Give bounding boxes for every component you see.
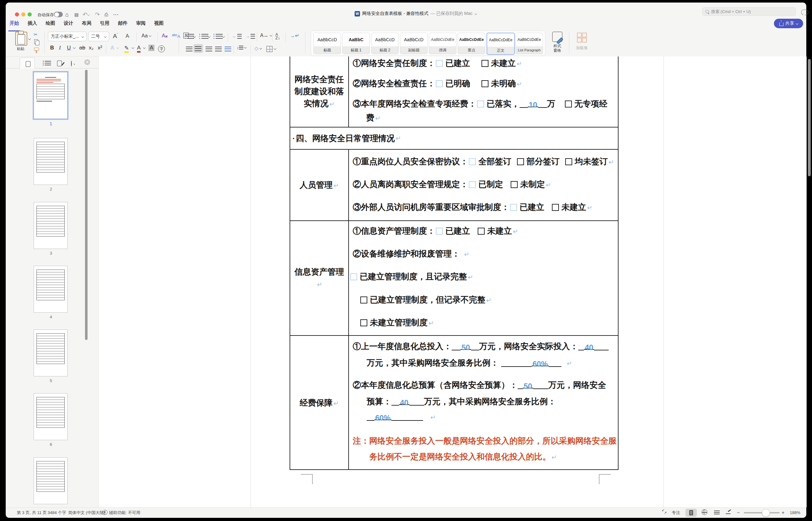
phonetic-guide-button[interactable]: abcA: [172, 33, 180, 39]
page-thumbnail-1[interactable]: 1: [33, 72, 68, 119]
ribbon-tab-插入[interactable]: 插入: [27, 20, 38, 29]
autosave-toggle[interactable]: [54, 12, 63, 17]
page-thumbnail-2[interactable]: 2: [33, 138, 68, 185]
fill-in-blank[interactable]: 10: [520, 99, 547, 109]
accessibility-status[interactable]: 辅助功能: 不可用: [103, 508, 140, 518]
enclose-characters-button[interactable]: 字: [158, 45, 165, 52]
sidebar-scrollbar[interactable]: [85, 70, 88, 340]
checkbox-empty[interactable]: [511, 181, 518, 188]
checkbox-empty[interactable]: [552, 204, 559, 211]
share-button[interactable]: 共享: [774, 19, 803, 28]
font-name-select[interactable]: 方正小标宋_...: [48, 32, 87, 41]
page-indicator[interactable]: 第 3 页, 共 11 页: [17, 508, 47, 518]
style-card-要点[interactable]: AaBbCcDdEe要点: [458, 33, 485, 54]
title-chevron-icon[interactable]: [474, 13, 477, 15]
ribbon-tab-开始[interactable]: 开始: [9, 20, 20, 29]
italic-button[interactable]: I: [59, 45, 61, 51]
close-sidebar-icon[interactable]: ✕: [84, 59, 90, 65]
subscript-button[interactable]: x₂: [89, 45, 94, 51]
checkbox-empty[interactable]: [360, 296, 367, 303]
style-card-强调[interactable]: AaBbCcDdEe强调: [429, 33, 456, 54]
page-thumbnail-4[interactable]: 4: [33, 266, 68, 313]
annotations-icon[interactable]: [57, 60, 64, 66]
fill-in-blank[interactable]: 50: [452, 341, 479, 351]
ribbon-tab-布局[interactable]: 布局: [81, 20, 92, 29]
checkbox-selected[interactable]: [469, 181, 476, 188]
shrink-font-button[interactable]: Aˇ: [126, 33, 130, 40]
ribbon-tab-视图[interactable]: 视图: [154, 20, 164, 29]
page-thumbnail-5[interactable]: 5: [33, 330, 68, 377]
fullscreen-icon[interactable]: [662, 508, 667, 518]
page-thumbnail-6[interactable]: 6: [33, 393, 68, 440]
style-pane-button[interactable]: 样式窗格: [549, 31, 566, 55]
bold-button[interactable]: B: [50, 45, 54, 51]
checkbox-empty[interactable]: [565, 100, 572, 108]
comments-icon[interactable]: [801, 9, 808, 15]
text-effects-button[interactable]: A: [110, 45, 114, 51]
minimize-window-button[interactable]: [21, 13, 25, 17]
checkbox-selected[interactable]: [436, 80, 443, 87]
cut-icon[interactable]: ✂: [33, 32, 38, 38]
draft-view-button[interactable]: [726, 508, 731, 518]
align-right-button[interactable]: [206, 47, 212, 51]
ribbon-tab-绘图[interactable]: 绘图: [45, 20, 56, 29]
close-window-button[interactable]: [15, 13, 19, 17]
redo-icon[interactable]: ↷: [93, 11, 102, 18]
style-card-标题 1[interactable]: AaBbC标题 1: [342, 33, 370, 54]
underline-button[interactable]: U: [67, 45, 71, 51]
align-left-button[interactable]: [186, 47, 193, 51]
page-thumbnail-3[interactable]: 3: [33, 202, 68, 249]
addins-button[interactable]: 加载项: [573, 32, 591, 54]
checkbox-selected[interactable]: [477, 100, 484, 108]
print-icon[interactable]: ⎙: [102, 11, 110, 18]
fill-in-blank[interactable]: 60%: [501, 358, 561, 367]
document-table[interactable]: 网络安全责任制度建设和落实情况↵①网络安全责任制度：已建立未建立↵②网络安全检查…: [290, 56, 618, 470]
shading-button[interactable]: ◇: [254, 45, 262, 51]
outline-view-button[interactable]: [714, 508, 720, 518]
word-count[interactable]: 3484 个字: [48, 508, 66, 518]
checkbox-selected[interactable]: [436, 228, 443, 235]
zoom-window-button[interactable]: [28, 13, 32, 17]
superscript-button[interactable]: x²: [98, 45, 102, 51]
asian-layout-button[interactable]: A↔: [260, 33, 272, 38]
language-indicator[interactable]: 简体中文 (中国大陆): [68, 508, 105, 518]
strikethrough-button[interactable]: ab: [79, 45, 85, 51]
outline-list-icon[interactable]: [43, 60, 49, 66]
checkbox-empty[interactable]: [478, 228, 484, 235]
copy-icon[interactable]: [34, 39, 38, 44]
ribbon-tab-审阅[interactable]: 审阅: [135, 20, 146, 29]
zoom-out-button[interactable]: −: [737, 508, 740, 518]
print-layout-button[interactable]: [685, 508, 697, 517]
checkbox-selected[interactable]: [350, 273, 357, 280]
line-spacing-button[interactable]: ↕: [236, 45, 246, 50]
ribbon-tab-引用[interactable]: 引用: [99, 20, 110, 29]
font-size-select[interactable]: 二号: [88, 32, 109, 41]
page-thumbnail-7[interactable]: [33, 457, 68, 504]
more-toolbar-icon[interactable]: ⋯: [112, 11, 120, 18]
justify-button[interactable]: [215, 47, 222, 51]
fill-in-blank[interactable]: 40: [391, 397, 424, 406]
paste-button[interactable]: 粘贴 ✂: [9, 31, 41, 55]
sidebar-search-icon[interactable]: [70, 60, 77, 66]
search-input[interactable]: 搜索 (Cmd + Ctrl + U): [702, 7, 796, 16]
checkbox-empty[interactable]: [360, 319, 367, 326]
save-icon[interactable]: ▤: [72, 11, 81, 18]
distribute-button[interactable]: [225, 47, 231, 51]
decrease-indent-button[interactable]: [237, 34, 242, 39]
ribbon-tab-邮件[interactable]: 邮件: [117, 20, 128, 29]
clear-formatting-button[interactable]: A𝄪: [162, 33, 167, 39]
zoom-level[interactable]: 188%: [790, 508, 800, 518]
checkbox-selected[interactable]: [436, 60, 443, 67]
grow-font-button[interactable]: Aˆ: [113, 33, 118, 40]
fill-in-blank[interactable]: 60%: [367, 412, 423, 422]
document-scrollbar[interactable]: [808, 59, 811, 176]
checkbox-empty[interactable]: [481, 80, 489, 87]
format-painter-icon[interactable]: [34, 48, 39, 51]
style-card-副标题[interactable]: AaBbCcD副标题: [400, 33, 428, 54]
style-card-正文[interactable]: AaBbCcDdEe正文: [487, 33, 515, 55]
checkbox-empty[interactable]: [565, 158, 572, 165]
style-card-List Paragraph[interactable]: AaBbCcDdEeList Paragraph: [515, 33, 543, 54]
zoom-slider-knob[interactable]: [762, 509, 770, 517]
increase-indent-button[interactable]: [251, 34, 255, 39]
font-color-button[interactable]: A: [137, 45, 140, 53]
